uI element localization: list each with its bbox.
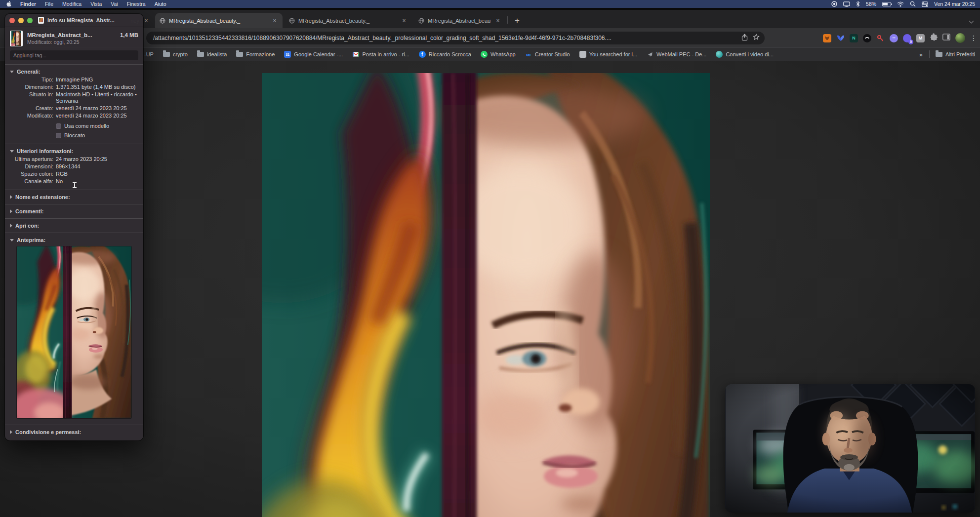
tab-label: MRregista_Abstract_beauty._ — [169, 18, 268, 24]
info-window-titlebar[interactable]: Info su MRregista_Abstr... — [5, 14, 143, 27]
bookmark-converti-video[interactable]: Converti i video di... — [716, 51, 774, 58]
folder-icon — [197, 52, 204, 57]
bookmark-up[interactable]: -UP — [144, 51, 154, 57]
checkbox-usa-come-modello[interactable]: Usa come modello — [56, 123, 143, 129]
section-label: Commenti: — [15, 208, 43, 214]
bookmark-google-calendar[interactable]: 31Google Calendar -... — [284, 51, 343, 58]
info-row-dimensioni-file: Dimensioni:1.371.351 byte (1,4 MB su dis… — [5, 83, 143, 91]
bookmark-whatsapp[interactable]: WhatsApp — [481, 51, 516, 58]
bookmark-you-searched[interactable]: You searched for l... — [579, 51, 637, 58]
section-apri-con-header[interactable]: Apri con: — [5, 221, 143, 230]
tab-active[interactable]: MRregista_Abstract_beauty._ — [155, 13, 283, 28]
side-panel-icon[interactable] — [942, 34, 950, 42]
section-commenti-header[interactable]: Commenti: — [5, 207, 143, 216]
blue-wings-extension-icon[interactable] — [836, 34, 845, 42]
bookmark-webmail-pec[interactable]: WebMail PEC - De... — [647, 51, 706, 58]
attachment-image[interactable] — [262, 73, 710, 517]
file-thumbnail-icon — [10, 31, 23, 46]
apple-menu-icon[interactable] — [5, 1, 12, 7]
menu-modifica[interactable]: Modifica — [58, 1, 86, 7]
menu-aiuto[interactable]: Aiuto — [150, 1, 171, 7]
checkbox-icon[interactable] — [56, 123, 61, 129]
folder-icon — [163, 52, 170, 57]
whatsapp-icon — [481, 51, 488, 58]
disclosure-triangle-icon — [10, 239, 14, 241]
folder-icon — [236, 52, 243, 57]
menu-finder[interactable]: Finder — [16, 1, 41, 7]
wifi-icon[interactable] — [897, 1, 904, 7]
purple-badge-extension-icon[interactable]: 5 — [903, 34, 911, 42]
extensions-puzzle-icon[interactable] — [930, 33, 938, 43]
tab-overflow-chevron-icon[interactable] — [969, 18, 974, 23]
section-nome-ed-estensione: Nome ed estensione: — [5, 190, 143, 204]
file-size: 1,4 MB — [120, 32, 138, 38]
tags-field[interactable]: Aggiungi tag... — [10, 50, 138, 60]
url-text: /attachments/1013512335442333816/1088906… — [153, 35, 736, 41]
n-extension-icon[interactable]: N — [850, 34, 858, 42]
share-icon[interactable] — [741, 34, 748, 43]
info-row-situato-in: Situato in:Macintosh HD • Utenti • ricca… — [5, 91, 143, 105]
bluetooth-icon[interactable] — [856, 1, 860, 7]
bookmarks-separator — [929, 50, 930, 58]
bookmark-altri-preferiti[interactable]: Altri Preferiti — [936, 51, 975, 57]
tab-divider — [507, 16, 508, 24]
section-ulteriori-header[interactable]: Ulteriori informazioni: — [5, 147, 143, 156]
address-bar[interactable]: /attachments/1013512335442333816/1088906… — [146, 32, 765, 44]
tab-2[interactable]: MRregista_Abstract_beauty._ — [285, 13, 412, 28]
bookmark-formazione[interactable]: Formazione — [236, 51, 275, 57]
menu-bar-clock[interactable]: Ven 24 mar 20:25 — [934, 1, 975, 7]
screen-record-icon[interactable] — [831, 1, 837, 7]
browser-menu-icon[interactable] — [970, 34, 977, 42]
bookmark-star-icon[interactable] — [753, 34, 760, 42]
bookmark-label: -UP — [144, 51, 154, 57]
n-glyph: N — [852, 36, 856, 40]
menu-file[interactable]: File — [41, 1, 58, 7]
gray-page-icon — [579, 51, 586, 58]
tab-3[interactable]: MRregista_Abstract_beauty._ — [414, 13, 506, 28]
profile-avatar[interactable] — [955, 33, 965, 43]
section-condivisione-header[interactable]: Condivisione e permessi: — [5, 428, 143, 437]
section-nome-header[interactable]: Nome ed estensione: — [5, 193, 143, 201]
disclosure-triangle-icon — [10, 430, 12, 434]
bookmark-gmail[interactable]: Posta in arrivo - ri... — [352, 51, 409, 58]
section-label: Ulteriori informazioni: — [17, 148, 73, 154]
key-extension-icon[interactable] — [876, 34, 885, 42]
close-window-button[interactable] — [9, 18, 15, 23]
purple-ghost-extension-icon[interactable] — [890, 34, 898, 42]
bookmarks-bar: -UP crypto idealista Formazione 31Google… — [0, 47, 980, 61]
disclosure-triangle-icon — [10, 224, 12, 228]
close-tab-icon[interactable] — [401, 17, 408, 24]
globe-icon — [418, 18, 424, 24]
screen: Finder File Modifica Vista Vai Finestra … — [0, 0, 980, 517]
bookmark-crypto[interactable]: crypto — [163, 51, 188, 57]
bookmark-facebook[interactable]: fRiccardo Scrocca — [419, 51, 471, 58]
tab-label: MRregista_Abstract_beauty._ — [298, 18, 397, 24]
fox-extension-icon[interactable] — [823, 34, 831, 42]
checkbox-label: Usa come modello — [64, 123, 109, 129]
section-label: Nome ed estensione: — [15, 194, 70, 200]
zoom-window-button[interactable] — [27, 18, 33, 23]
dark-circle-extension-icon[interactable] — [863, 34, 871, 42]
close-tab-icon[interactable] — [143, 17, 150, 24]
display-icon[interactable] — [843, 1, 850, 7]
bookmarks-overflow-icon[interactable]: » — [919, 51, 923, 58]
menu-vista[interactable]: Vista — [86, 1, 106, 7]
checkbox-icon[interactable] — [56, 133, 61, 138]
bookmark-idealista[interactable]: idealista — [197, 51, 227, 57]
close-tab-icon[interactable] — [494, 17, 501, 24]
minimize-window-button[interactable] — [18, 18, 24, 23]
new-tab-button[interactable] — [512, 15, 523, 26]
battery-icon[interactable] — [882, 2, 891, 6]
meta-icon: ∞ — [525, 51, 532, 58]
control-center-icon[interactable] — [922, 1, 928, 7]
bookmark-label: Riccardo Scrocca — [429, 51, 471, 57]
menu-finestra[interactable]: Finestra — [122, 1, 150, 7]
spotlight-icon[interactable] — [910, 1, 916, 7]
section-anteprima-header[interactable]: Anteprima: — [5, 236, 143, 244]
close-tab-icon[interactable] — [271, 17, 278, 24]
bookmark-creator-studio[interactable]: ∞Creator Studio — [525, 51, 570, 58]
m-extension-icon[interactable]: M — [916, 34, 925, 42]
menu-vai[interactable]: Vai — [106, 1, 122, 7]
checkbox-bloccato[interactable]: Bloccato — [56, 132, 143, 138]
section-generali-header[interactable]: Generali: — [5, 67, 143, 76]
